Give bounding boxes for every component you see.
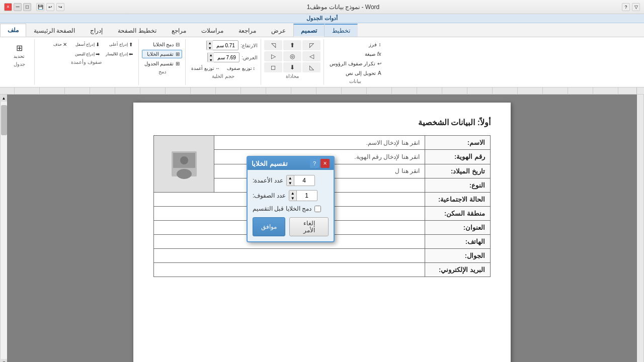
merge-cells-label: دمج الخلايا bbox=[153, 42, 174, 47]
align-br-button[interactable]: ◻ bbox=[264, 62, 282, 72]
distribute-rows-label: توزيع صفوف bbox=[227, 66, 252, 71]
tab-references[interactable]: مراجع bbox=[164, 24, 194, 37]
sort-icon: ↕ bbox=[379, 42, 381, 47]
toolbar-icon3[interactable]: ↪ bbox=[56, 3, 64, 11]
split-table-button[interactable]: ⊞ تقسيم الجدول bbox=[142, 59, 183, 68]
merge-cells-icon: ⊟ bbox=[176, 42, 180, 47]
name-label: الاسم: bbox=[425, 136, 491, 150]
tab-page-layout[interactable]: تخطيط الصفحة bbox=[110, 24, 164, 37]
insert-below-label: إدراج أسفل bbox=[75, 42, 95, 47]
rows-up-button[interactable]: ▲ bbox=[289, 191, 296, 196]
merge-group-label: دمج bbox=[158, 69, 166, 74]
tab-file[interactable]: ملف bbox=[0, 24, 26, 37]
toolbar-icon1[interactable]: 💾 bbox=[36, 3, 44, 11]
insert-left-button[interactable]: ⬅ إدراج للاليسار bbox=[103, 50, 135, 58]
dialog-buttons: موافق إلغاء الأمر bbox=[253, 217, 329, 236]
width-down-button[interactable]: ▼ bbox=[208, 57, 214, 62]
merge-cells-button[interactable]: ⊟ دمج الخلايا bbox=[142, 40, 183, 49]
insert-left-icon: ⬅ bbox=[129, 51, 133, 57]
dialog-body: عدد الأعمدة: ▲ ▼ عدد الصفوف: ▲ ▼ bbox=[248, 170, 334, 241]
rows-input[interactable] bbox=[297, 191, 317, 200]
split-cells-dialog: تقسيم الخلايا ? × عدد الأعمدة: ▲ ▼ bbox=[247, 156, 335, 242]
distribute-rows-button[interactable]: ↕ توزيع صفوف bbox=[224, 64, 258, 72]
dialog-cancel-button[interactable]: إلغاء الأمر bbox=[289, 217, 329, 236]
help-icon[interactable]: ? bbox=[622, 3, 630, 11]
insert-right-button[interactable]: ➡ إدراج لليمين bbox=[70, 50, 102, 58]
rows-spinner[interactable]: ▲ ▼ bbox=[289, 190, 317, 201]
formula-button[interactable]: fx صيغة bbox=[327, 50, 384, 58]
sort-button[interactable]: ↕ فرز bbox=[327, 40, 384, 49]
dialog-ok-button[interactable]: موافق bbox=[253, 217, 285, 236]
height-spinner-buttons: ▲ ▼ bbox=[207, 40, 213, 50]
width-spinner[interactable]: ▲ ▼ bbox=[207, 52, 239, 62]
tab-view[interactable]: عرض bbox=[264, 24, 293, 37]
align-mr-button[interactable]: ▷ bbox=[264, 51, 282, 61]
scroll-down-button[interactable]: ▼ bbox=[1, 359, 7, 362]
merge-before-split-checkbox[interactable] bbox=[314, 206, 321, 212]
vertical-scrollbar[interactable]: ▲ ▼ bbox=[0, 95, 7, 362]
dialog-close-button[interactable]: × bbox=[320, 159, 330, 168]
height-down-button[interactable]: ▼ bbox=[207, 45, 213, 50]
distribute-cols-button[interactable]: ↔ توزيع أعمدة bbox=[189, 64, 222, 72]
formula-icon: fx bbox=[377, 51, 381, 57]
delete-button[interactable]: ✕ حذف bbox=[38, 40, 69, 49]
align-bc-button[interactable]: ⬇ bbox=[283, 62, 301, 72]
tab-mailings[interactable]: مراسلات bbox=[194, 24, 231, 37]
columns-spinner[interactable]: ▲ ▼ bbox=[286, 175, 315, 186]
distribute-cols-label: توزيع أعمدة bbox=[191, 66, 214, 71]
height-spinner[interactable]: ▲ ▼ bbox=[206, 40, 238, 50]
split-cells-button[interactable]: ⊞ تقسيم الخلايا bbox=[142, 50, 183, 58]
height-up-button[interactable]: ▲ bbox=[207, 40, 213, 45]
mobile-value[interactable] bbox=[154, 249, 425, 263]
columns-input[interactable] bbox=[294, 176, 314, 185]
repeat-header-button[interactable]: ↩ تكرار صفوف الرؤوس bbox=[327, 59, 384, 68]
scroll-up-button[interactable]: ▲ bbox=[1, 95, 7, 102]
rows-down-button[interactable]: ▼ bbox=[289, 196, 296, 201]
tab-layout[interactable]: تخطيط bbox=[325, 24, 358, 37]
height-label: الارتفاع: bbox=[240, 43, 258, 48]
tab-insert[interactable]: إدراج bbox=[83, 24, 110, 37]
data-group-label: بيانات bbox=[349, 78, 361, 84]
ribbon-content: ⊞ تحديد جدول ⬆ إدراج أعلى ⬇ إدراج أسفل ✕… bbox=[0, 37, 644, 87]
address-label: العنوان: bbox=[425, 221, 491, 235]
dialog-help-button[interactable]: ? bbox=[310, 159, 319, 168]
photo-placeholder bbox=[159, 139, 209, 189]
select-table-icon: ⊞ bbox=[13, 42, 25, 54]
align-mc-button[interactable]: ◎ bbox=[283, 51, 301, 61]
tab-home[interactable]: الصفحة الرئيسية bbox=[26, 24, 83, 37]
close-button[interactable]: × bbox=[4, 3, 12, 11]
select-table-button[interactable]: ⊞ تحديد bbox=[10, 40, 28, 60]
align-ml-button[interactable]: ◁ bbox=[302, 51, 320, 61]
align-bl-button[interactable]: ◺ bbox=[302, 62, 320, 72]
align-tr-button[interactable]: ◹ bbox=[264, 40, 282, 50]
width-up-button[interactable]: ▲ bbox=[208, 52, 214, 57]
minimize-button[interactable]: ─ bbox=[14, 3, 22, 11]
tab-review[interactable]: مراجعة bbox=[231, 24, 264, 37]
insert-right-label: إدراج لليمين bbox=[75, 52, 95, 56]
columns-up-button[interactable]: ▲ bbox=[287, 175, 294, 180]
titlebar-controls[interactable]: × ─ □ bbox=[4, 3, 31, 11]
width-input[interactable] bbox=[214, 54, 239, 61]
insert-below-button[interactable]: ⬇ إدراج أسفل bbox=[70, 40, 102, 49]
select-table-label: تحديد bbox=[14, 54, 25, 59]
rows-cols-group-label: صفوف وأعمدة bbox=[71, 59, 102, 65]
align-tl-button[interactable]: ◸ bbox=[302, 40, 320, 50]
height-input[interactable] bbox=[213, 42, 238, 49]
convert-to-text-button[interactable]: A تحويل إلى نص bbox=[327, 69, 384, 77]
maximize-button[interactable]: □ bbox=[23, 3, 31, 11]
table-group-label: جدول bbox=[14, 61, 25, 67]
toolbar-icon2[interactable]: ↩ bbox=[46, 3, 54, 11]
merge-before-split-label: دمج الخلايا قبل التقسيم bbox=[253, 205, 311, 212]
email-value[interactable] bbox=[154, 263, 425, 277]
align-tc-button[interactable]: ⬆ bbox=[283, 40, 301, 50]
marital-label: الحالة الاجتماعية: bbox=[425, 193, 491, 207]
name-value[interactable]: انقر هنا لإدخال الاسم. bbox=[214, 136, 425, 150]
minimize-ribbon-icon[interactable]: ▽ bbox=[632, 3, 640, 11]
columns-down-button[interactable]: ▼ bbox=[287, 180, 294, 186]
insert-above-button[interactable]: ⬆ إدراج أعلى bbox=[103, 40, 135, 49]
scroll-thumb[interactable] bbox=[1, 105, 7, 135]
tab-design[interactable]: تصميم bbox=[293, 24, 325, 37]
repeat-header-icon: ↩ bbox=[377, 61, 381, 66]
delete-label: حذف bbox=[53, 42, 62, 47]
alignment-group-label: محاذاة bbox=[286, 73, 299, 79]
